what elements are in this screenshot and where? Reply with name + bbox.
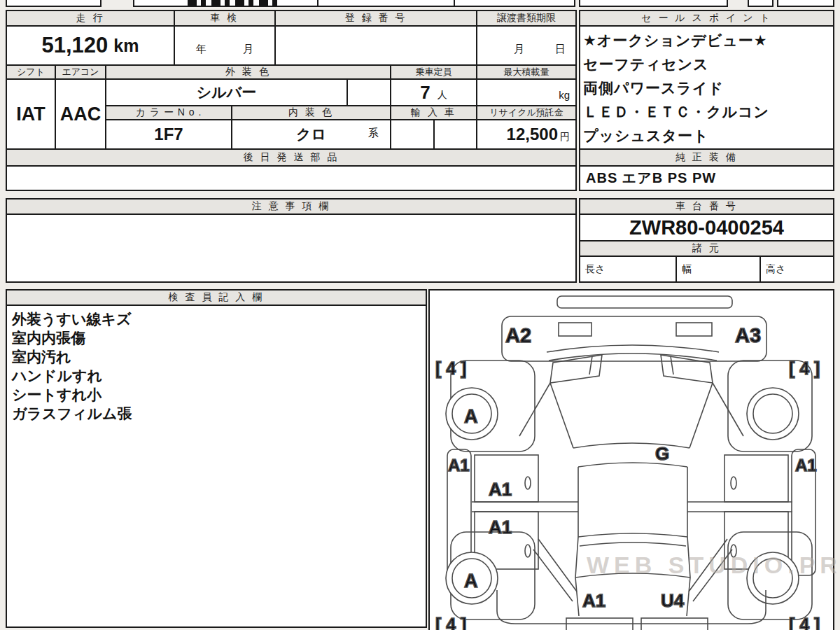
spec-length-cell: 長さ bbox=[579, 255, 677, 283]
inspector-line: 外装うすい線キズ bbox=[12, 309, 426, 328]
sales-point-item: ★オークションデビュー★ bbox=[583, 29, 833, 52]
windshield-top-arc bbox=[547, 345, 719, 352]
damage-label-door-upper: A1 bbox=[489, 479, 512, 500]
chassis-header: 車 台 番 号 bbox=[579, 198, 834, 215]
mileage-unit: km bbox=[113, 36, 139, 56]
bumper-vent-left bbox=[559, 323, 592, 336]
exterior-color-sub-cell bbox=[346, 78, 391, 106]
aircon-value: AAC bbox=[60, 104, 102, 125]
d-pillar-left bbox=[533, 539, 577, 601]
specs-header-label: 諸 元 bbox=[692, 242, 721, 255]
wiper-right bbox=[671, 356, 673, 374]
damage-label-a3: A3 bbox=[735, 324, 761, 346]
capacity-header-label: 乗車定員 bbox=[416, 66, 452, 78]
cabin-side-right bbox=[687, 467, 690, 578]
specs-header: 諸 元 bbox=[579, 240, 834, 257]
front-bumper bbox=[502, 316, 766, 361]
d-pillar-right bbox=[689, 539, 732, 601]
exterior-color-value-cell: シルバー bbox=[105, 78, 348, 106]
later-parts-header-label: 後 日 発 送 部 品 bbox=[244, 151, 339, 164]
auction-sheet: { "mileage": {"header": "走 行", "value": … bbox=[0, 0, 840, 630]
aircon-header: エアコン bbox=[55, 64, 106, 80]
interior-color-header-label: 内 装 色 bbox=[288, 106, 334, 119]
wheel-front-right bbox=[747, 388, 799, 440]
door-handle bbox=[525, 477, 531, 489]
recycle-fee-value-cell: 12,500 円 bbox=[476, 119, 577, 150]
capacity-header: 乗車定員 bbox=[390, 64, 477, 80]
transfer-docs-header-label: 譲渡書類期限 bbox=[497, 12, 556, 24]
import-car-cell-2 bbox=[433, 119, 477, 150]
interior-color-header: 内 装 色 bbox=[231, 105, 391, 120]
transfer-docs-header: 譲渡書類期限 bbox=[476, 10, 577, 27]
registration-value-cell bbox=[274, 25, 477, 66]
vehicle-diagram: A2 A3 [ 4 ] [ 4 ] A A1 A1 A1 A1 G A A1 U… bbox=[430, 290, 833, 630]
wheel-rear-right bbox=[747, 552, 799, 604]
notes-header-label: 注 意 事 項 欄 bbox=[252, 200, 331, 213]
cutoff-text-fragment bbox=[188, 0, 279, 6]
cutoff-row-cell bbox=[454, 0, 575, 7]
inspector-line: 室内汚れ bbox=[12, 347, 426, 366]
registration-header-label: 登 録 番 号 bbox=[345, 12, 407, 24]
chassis-value: ZWR80-0400254 bbox=[629, 216, 784, 239]
equipment-header: 純 正 装 備 bbox=[579, 148, 834, 167]
max-load-header-label: 最大積載量 bbox=[504, 66, 550, 78]
spec-height-label: 高さ bbox=[766, 263, 785, 276]
later-parts-body bbox=[6, 165, 577, 191]
sales-points-header: セ ー ル ス ポ イ ン ト bbox=[579, 10, 834, 27]
diagram-box: A2 A3 [ 4 ] [ 4 ] A A1 A1 A1 A1 G A A1 U… bbox=[428, 289, 834, 630]
recycle-fee-unit: 円 bbox=[560, 125, 570, 144]
cutoff-row-cell bbox=[6, 0, 102, 7]
cutoff-row-cell bbox=[777, 0, 834, 7]
mileage-header: 走 行 bbox=[6, 10, 175, 27]
hood-side-left bbox=[550, 383, 573, 448]
tire-grade-rear-left: [ 4 ] bbox=[435, 615, 466, 630]
spec-width-cell: 幅 bbox=[676, 255, 761, 283]
spec-height-cell: 高さ bbox=[760, 255, 834, 283]
rear-window-arc-1 bbox=[578, 533, 687, 537]
damage-label-rocker-right: A1 bbox=[795, 456, 817, 475]
equipment-header-label: 純 正 装 備 bbox=[676, 151, 738, 164]
import-car-cell-1 bbox=[390, 119, 435, 150]
color-no-value: 1F7 bbox=[154, 125, 183, 144]
interior-color-value: クロ bbox=[296, 125, 326, 144]
door-handle bbox=[525, 545, 531, 557]
transfer-month-label: 月 bbox=[514, 43, 524, 56]
interior-color-suffix: 系 bbox=[368, 127, 379, 140]
sales-point-item: セーフティセンス bbox=[583, 52, 833, 76]
bumper-vent-right bbox=[676, 323, 712, 336]
color-no-header: カ ラ ー N o . bbox=[105, 105, 232, 120]
exterior-color-value: シルバー bbox=[197, 83, 256, 102]
max-load-header: 最大積載量 bbox=[476, 64, 577, 80]
transfer-day-label: 日 bbox=[555, 43, 566, 56]
aircon-header-label: エアコン bbox=[62, 66, 99, 78]
shift-value-cell: IAT bbox=[6, 78, 56, 150]
aircon-value-cell: AAC bbox=[55, 78, 106, 150]
inspector-line: 室内内張傷 bbox=[12, 328, 426, 347]
belt-line-right bbox=[687, 502, 792, 512]
inspector-header-label: 検 査 員 記 入 欄 bbox=[169, 291, 264, 304]
equipment-body: ABS エアB PS PW bbox=[579, 165, 834, 191]
hatch-arc bbox=[575, 573, 690, 578]
shift-header-label: シフト bbox=[17, 66, 45, 78]
hood-side-right bbox=[690, 383, 713, 448]
shaken-value-cell: 年 月 bbox=[174, 25, 276, 66]
color-no-value-cell: 1F7 bbox=[105, 119, 232, 150]
mileage-value-cell: 51,120 km bbox=[6, 25, 175, 66]
cutoff-row-cell bbox=[317, 0, 455, 7]
interior-color-value-cell: クロ 系 bbox=[231, 119, 391, 150]
capacity-value-cell: 7 人 bbox=[390, 78, 477, 106]
max-load-unit: kg bbox=[559, 89, 570, 101]
sales-point-item: ＬＥＤ・ＥＴＣ・クルコン bbox=[583, 100, 833, 124]
chassis-header-label: 車 台 番 号 bbox=[676, 200, 738, 213]
tire-grade-rear-right: [ 4 ] bbox=[789, 615, 820, 630]
door-handle bbox=[731, 477, 736, 489]
recycle-fee-header-label: リサイクル預託金 bbox=[489, 106, 564, 119]
inspector-line: ガラスフィルム張 bbox=[12, 404, 426, 423]
inspector-line: シートすれ小 bbox=[12, 385, 426, 404]
exterior-color-header: 外 装 色 bbox=[105, 64, 391, 80]
belt-line-left bbox=[472, 502, 578, 512]
import-car-header: 輸 入 車 bbox=[390, 105, 477, 120]
mileage-header-label: 走 行 bbox=[76, 12, 105, 24]
damage-label-g: G bbox=[655, 443, 669, 464]
import-car-header-label: 輸 入 車 bbox=[411, 106, 456, 119]
